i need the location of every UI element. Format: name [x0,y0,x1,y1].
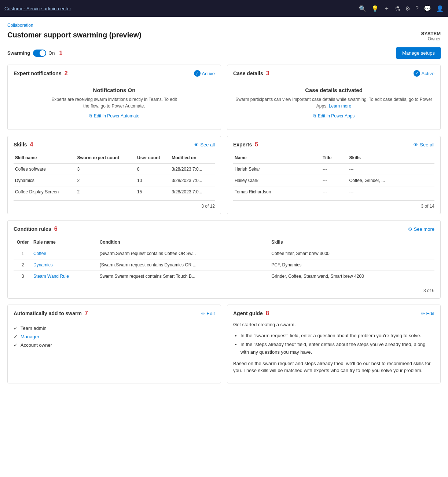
list-item: ✓ Manager [14,332,215,341]
skills-col-name: Skill name [14,152,76,164]
step-badge-7: 7 [85,310,88,317]
expert-name: Hailey Clark [233,175,321,186]
edit-power-apps-link[interactable]: ⧉ Edit in Power Apps [313,113,355,119]
lightbulb-icon[interactable]: 💡 [371,5,379,12]
question-icon[interactable]: ? [415,5,419,12]
auto-agent-row: Automatically add to swarm 7 ✏ Edit ✓ Te… [7,305,441,383]
step-badge-8: 8 [266,310,269,317]
eye-icon: 👁 [194,142,199,148]
table-row: Hailey Clark --- Coffee, Grinder, ... [233,175,434,186]
cr-skills: Coffee filter, Smart brew 3000 [270,248,434,259]
pencil-icon: ✏ [201,311,205,316]
skills-card: Skills 4 👁 See all Skill name Swarm expe… [7,136,221,214]
skills-see-all[interactable]: 👁 See all [194,142,215,148]
topbar-title[interactable]: Customer Service admin center [4,6,355,11]
check-icon-1: ✓ [14,325,18,331]
swarming-toggle[interactable] [33,50,46,57]
skill-name: Coffee Display Screen [14,186,76,198]
cr-rule-name[interactable]: Steam Wand Rule [32,271,98,282]
auto-add-item-manager[interactable]: Manager [21,334,39,339]
skill-modified: 3/28/2023 7:0... [170,175,215,186]
chat-icon[interactable]: 💬 [424,5,431,12]
agent-guide-edit-button[interactable]: ✏ Edit [421,311,434,316]
expert-title: --- [321,175,348,186]
system-name: SYSTEM [421,31,441,36]
expert-notifications-body-title: Notifications On [14,87,215,93]
step-badge-3: 3 [266,70,269,77]
skill-expert-count: 3 [76,164,136,175]
owner-label: Owner [421,36,441,41]
user-icon[interactable]: 👤 [436,5,444,12]
agent-guide-intro: Get started creating a swarm. [233,321,434,328]
expert-notifications-body: Notifications On Experts are receiving s… [14,81,215,124]
cr-rule-name[interactable]: Coffee [32,248,98,259]
check-circle-icon: ✓ [194,70,201,77]
agent-guide-card: Agent guide 8 ✏ Edit Get started creatin… [227,305,441,383]
list-item: ✓ Account owner [14,341,215,349]
agent-guide-closing: Based on the swarm request and steps alr… [233,360,434,374]
pencil-icon-2: ✏ [421,311,425,316]
plus-icon[interactable]: ＋ [384,5,390,12]
swarming-label: Swarming [7,50,30,56]
skill-name: Coffee software [14,164,76,175]
agent-guide-header: Agent guide 8 ✏ Edit [233,310,434,317]
learn-more-link[interactable]: Learn more [329,103,351,109]
auto-add-title: Automatically add to swarm 7 [14,310,88,317]
skill-modified: 3/28/2023 7:0... [170,164,215,175]
experts-count: 3 of 14 [233,200,434,209]
gear-icon-sm: ⚙ [408,226,412,232]
external-link-icon-2: ⧉ [313,113,316,119]
expert-notifications-body-desc: Experts are receiving swarm invitations … [14,96,215,109]
swarming-left: Swarming On 1 [7,50,62,57]
skill-user-count: 10 [136,175,170,186]
page-title: Customer support swarming (preview) [7,31,142,39]
page-header: Customer support swarming (preview) SYST… [7,31,441,41]
cr-condition: (Swarm.Swarm request contains Dynamics O… [98,259,270,271]
toggle-on-label: On [48,50,55,56]
list-item: In the "steps already tried" field, ente… [240,341,434,356]
experts-card: Experts 5 👁 See all Name Title Skills [227,136,441,214]
condition-rules-title: Condition rules 6 [14,226,58,232]
expert-notifications-status: ✓ Active [194,70,215,77]
cr-rule-name[interactable]: Dynamics [32,259,98,271]
breadcrumb[interactable]: Collaboration [7,23,441,28]
edit-power-automate-link[interactable]: ⧉ Edit in Power Automate [89,113,140,119]
experts-col-skills: Skills [348,152,434,164]
step-badge-2: 2 [65,70,68,77]
system-owner-block: SYSTEM Owner [421,31,441,41]
auto-add-list: ✓ Team admin ✓ Manager ✓ Account owner [14,321,215,352]
skills-count: 3 of 12 [14,200,215,209]
experts-table: Name Title Skills Harish Sekar --- --- H… [233,152,434,197]
case-details-card: Case details 3 ✓ Active Case details act… [227,65,441,130]
topbar-icons: 🔍 💡 ＋ ⚗ ⚙ ? 💬 👤 [359,5,444,12]
filter-icon[interactable]: ⚗ [395,5,400,12]
external-link-icon: ⧉ [89,113,92,119]
experts-see-all[interactable]: 👁 See all [414,142,434,148]
step-badge-6: 6 [54,226,58,232]
skills-col-modified: Modified on [170,152,215,164]
auto-add-edit-button[interactable]: ✏ Edit [201,311,215,316]
expert-skills: Coffee, Grinder, ... [348,175,434,186]
expert-notifications-card: Expert notifications 2 ✓ Active Notifica… [7,65,221,130]
toggle-container: On [33,50,55,57]
case-details-header: Case details 3 ✓ Active [233,70,434,77]
gear-icon[interactable]: ⚙ [405,5,410,12]
cr-order: 2 [14,259,32,271]
cr-order: 3 [14,271,32,282]
step-badge-5: 5 [255,141,258,148]
condition-rules-header: Condition rules 6 ⚙ See more [14,226,434,232]
skill-expert-count: 2 [76,186,136,198]
skills-col-user: User count [136,152,170,164]
expert-title: --- [321,186,348,198]
auto-add-header: Automatically add to swarm 7 ✏ Edit [14,310,215,317]
cr-col-condition: Condition [98,237,270,248]
skill-user-count: 8 [136,164,170,175]
manage-setups-button[interactable]: Manage setups [396,47,441,59]
table-row: 3 Steam Wand Rule Swarm.Swarm request co… [14,271,434,282]
experts-col-name: Name [233,152,321,164]
search-icon[interactable]: 🔍 [359,5,366,12]
expert-notifications-header: Expert notifications 2 ✓ Active [14,70,215,77]
condition-rules-see-more[interactable]: ⚙ See more [408,226,434,232]
condition-rules-card: Condition rules 6 ⚙ See more Order Rule … [7,220,441,299]
condition-rules-count: 3 of 6 [14,285,434,293]
